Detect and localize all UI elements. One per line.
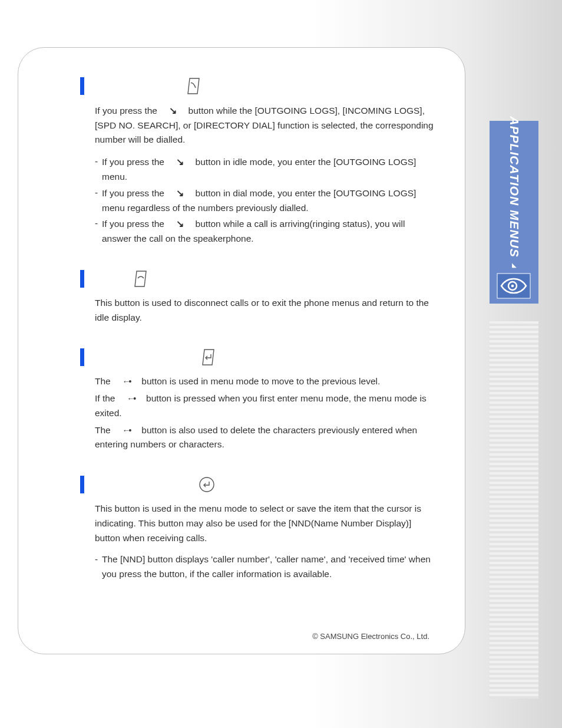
text: button is also used to delete the charac… — [95, 425, 417, 450]
dash: - — [95, 552, 101, 582]
text: If you press the — [102, 157, 167, 167]
sidebar: APPLICATION MENUS ◣ — [490, 121, 538, 699]
send-key-icon — [186, 77, 201, 100]
text: If you press the — [102, 188, 167, 198]
text: This button is used in the menu mode to … — [95, 502, 435, 545]
end-key-icon — [133, 270, 148, 292]
section-accent-bar — [80, 270, 84, 288]
send-body: If you press the ↘ button while the [OUT… — [95, 103, 435, 246]
text: This button is used to disconnect calls … — [95, 296, 435, 325]
dash: - — [95, 154, 101, 185]
list-item: - The [NND] button displays 'caller numb… — [95, 552, 435, 582]
svg-point-0 — [200, 477, 214, 492]
enter-key-icon — [198, 476, 216, 498]
sidebar-tab: APPLICATION MENUS ◣ — [490, 121, 538, 304]
list-item: - If you press the ↘ button in idle mode… — [95, 154, 435, 185]
dash: - — [95, 186, 101, 216]
content-inner: If you press the ↘ button while the [OUT… — [18, 48, 465, 617]
triangle-icon: ◣ — [512, 262, 517, 268]
enter-body: This button is used in the menu mode to … — [95, 502, 435, 582]
content-frame: If you press the ↘ button while the [OUT… — [18, 47, 465, 654]
send-list: - If you press the ↘ button in idle mode… — [95, 154, 435, 246]
send-arrow-icon: ↘ — [167, 186, 193, 201]
sidebar-title: APPLICATION MENUS — [507, 116, 521, 257]
dash: - — [95, 216, 101, 246]
back-arrow-icon: ←• — [113, 424, 139, 437]
text: If the — [95, 393, 118, 403]
section-cancel: The ←• button is used in menu mode to mo… — [95, 348, 435, 452]
text: The — [95, 425, 113, 435]
send-arrow-icon: ↘ — [167, 154, 193, 170]
text: If you press the — [95, 106, 160, 116]
section-send: If you press the ↘ button while the [OUT… — [95, 77, 435, 246]
back-arrow-icon: ←• — [118, 392, 144, 405]
svg-point-3 — [511, 285, 514, 288]
page: If you press the ↘ button while the [OUT… — [0, 0, 562, 728]
list-item: - If you press the ↘ button while a call… — [95, 216, 435, 246]
section-end: This button is used to disconnect calls … — [95, 270, 435, 325]
copyright-footer: © SAMSUNG Electronics Co., Ltd. — [312, 632, 429, 641]
sidebar-stripes — [490, 321, 538, 699]
text: button is pressed when you first enter m… — [95, 393, 427, 418]
send-arrow-icon: ↘ — [167, 216, 193, 232]
back-arrow-icon: ←• — [113, 375, 139, 388]
cancel-key-icon — [201, 348, 216, 371]
section-accent-bar — [80, 77, 84, 95]
enter-list: - The [NND] button displays 'caller numb… — [95, 552, 435, 582]
section-enter: This button is used in the menu mode to … — [95, 476, 435, 582]
section-accent-bar — [80, 348, 84, 366]
text: The [NND] button displays 'caller number… — [101, 552, 435, 582]
send-arrow-icon: ↘ — [160, 103, 186, 118]
eye-icon — [497, 273, 531, 299]
text: If you press the — [102, 219, 167, 229]
text: button is used in menu mode to move to t… — [141, 376, 380, 386]
section-accent-bar — [80, 476, 84, 493]
end-body: This button is used to disconnect calls … — [95, 296, 435, 325]
text: The — [95, 376, 113, 386]
cancel-body: The ←• button is used in menu mode to mo… — [95, 374, 435, 452]
list-item: - If you press the ↘ button in dial mode… — [95, 186, 435, 216]
